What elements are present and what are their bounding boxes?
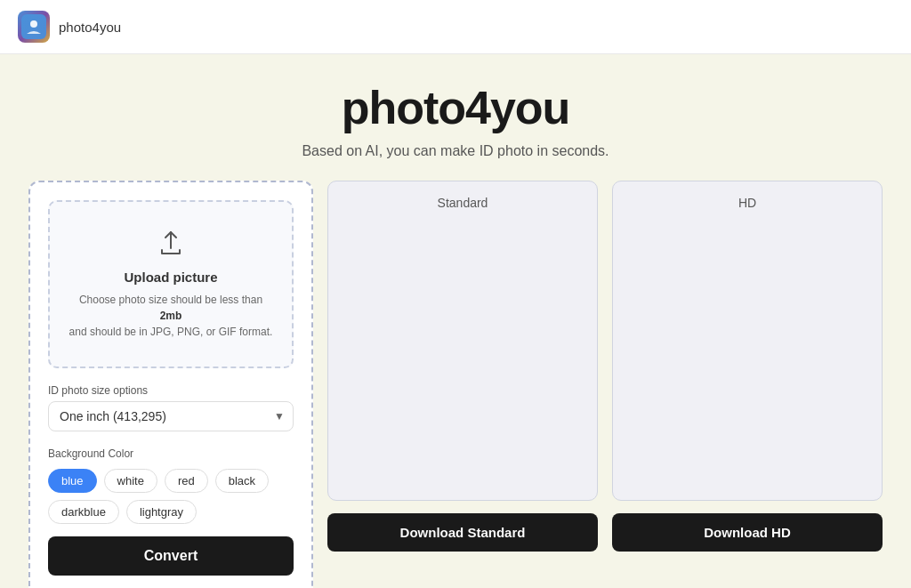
download-hd-button[interactable]: Download HD [612,513,883,552]
brand-name: photo4you [59,20,121,35]
standard-preview-box: Standard [327,181,598,501]
upload-desc: Choose photo size should be less than 2m… [69,292,273,340]
standard-label: Standard [438,196,488,210]
upload-icon [157,229,185,261]
main-content: photo4you Based on AI, you can make ID p… [0,54,911,588]
panels: Upload picture Choose photo size should … [28,181,883,588]
hd-panel: HD Download HD [612,181,883,552]
color-btn-blue[interactable]: blue [48,469,97,493]
hd-preview-box: HD [612,181,883,501]
bg-color-label: Background Color [48,447,294,460]
header: photo4you [0,0,911,54]
color-btn-black[interactable]: black [215,469,269,493]
hd-label: HD [738,196,756,210]
download-standard-button[interactable]: Download Standard [327,513,598,552]
upload-area[interactable]: Upload picture Choose photo size should … [48,200,294,368]
convert-button[interactable]: Convert [48,536,294,576]
right-panels: Standard Download Standard HD Download H… [327,181,883,552]
page-subtitle: Based on AI, you can make ID photo in se… [302,143,609,159]
standard-panel: Standard Download Standard [327,181,598,552]
logo-icon [18,11,50,43]
svg-point-1 [30,20,37,28]
color-btn-darkblue[interactable]: darkblue [48,500,119,524]
upload-title: Upload picture [124,270,217,285]
left-panel: Upload picture Choose photo size should … [28,181,313,588]
color-options: blue white red black darkblue lightgray [48,469,294,524]
size-select[interactable]: One inch (413,295) [48,401,294,431]
color-btn-white[interactable]: white [104,469,157,493]
color-btn-lightgray[interactable]: lightgray [126,500,197,524]
page-title: photo4you [342,81,570,134]
color-btn-red[interactable]: red [165,469,208,493]
size-selector-label: ID photo size options [48,384,294,397]
size-selector-wrapper: One inch (413,295) ▼ [48,401,294,431]
